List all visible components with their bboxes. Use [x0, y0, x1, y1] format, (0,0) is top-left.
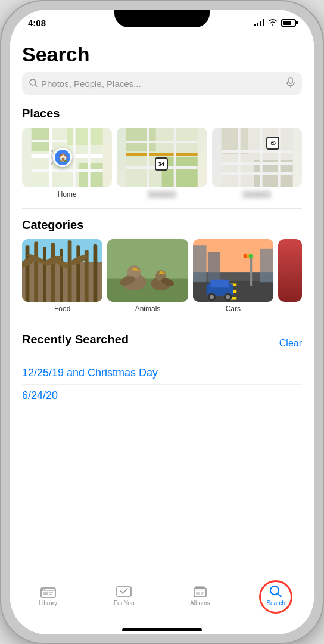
- search-placeholder: Photos, People, Places...: [41, 79, 286, 89]
- home-indicator: [10, 630, 314, 634]
- svg-rect-27: [238, 128, 240, 187]
- svg-rect-17: [126, 141, 198, 143]
- svg-rect-8: [32, 169, 103, 172]
- place-item-home[interactable]: Fourth St 🏠 Home: [22, 128, 112, 199]
- phone-screen: 4:08 Sea: [10, 10, 314, 634]
- category-img-food: [22, 239, 102, 302]
- route-badge-34: 34: [155, 157, 168, 171]
- svg-rect-32: [26, 245, 30, 302]
- svg-rect-79: [43, 592, 48, 595]
- svg-rect-4: [79, 163, 103, 187]
- place-item-2[interactable]: 34 location: [117, 128, 207, 199]
- svg-rect-11: [88, 128, 91, 187]
- category-item-4[interactable]: [278, 239, 302, 313]
- clear-button[interactable]: Clear: [279, 338, 302, 349]
- notch: [114, 10, 210, 27]
- svg-rect-87: [201, 592, 204, 593]
- category-img-animals: [107, 239, 188, 302]
- library-icon: [40, 585, 56, 598]
- svg-rect-69: [260, 249, 273, 282]
- svg-rect-37: [68, 240, 72, 302]
- svg-rect-85: [195, 590, 205, 590]
- battery-icon: [281, 19, 296, 27]
- tab-label-for-you: For You: [114, 600, 134, 606]
- svg-point-75: [226, 295, 230, 299]
- svg-rect-81: [49, 594, 52, 595]
- svg-rect-33: [34, 242, 38, 302]
- status-bar: 4:08: [10, 10, 314, 36]
- place-map-home: Fourth St 🏠: [22, 128, 112, 187]
- category-label-cars: Cars: [226, 305, 241, 313]
- recently-searched-header: Recently Searched Clear: [22, 333, 302, 354]
- status-icons: [254, 18, 296, 27]
- svg-rect-88: [201, 593, 203, 595]
- place-label-2: location: [147, 190, 177, 199]
- svg-rect-24: [221, 150, 292, 153]
- svg-point-77: [42, 589, 43, 590]
- svg-rect-68: [207, 252, 219, 282]
- recent-search-item-2[interactable]: 6/24/20: [22, 385, 302, 407]
- place-map-3: ①: [212, 128, 302, 187]
- places-section-title: Places: [22, 107, 302, 120]
- recently-searched-title: Recently Searched: [22, 333, 129, 346]
- svg-rect-84: [196, 586, 204, 588]
- svg-rect-1: [289, 78, 292, 83]
- svg-rect-5: [67, 128, 103, 145]
- svg-rect-19: [147, 128, 149, 187]
- search-bar[interactable]: Photos, People, Places...: [22, 72, 302, 95]
- category-item-food[interactable]: Food: [22, 239, 102, 313]
- svg-rect-80: [49, 592, 53, 593]
- svg-rect-25: [221, 162, 292, 165]
- place-item-3[interactable]: ① location: [212, 128, 302, 199]
- tab-search[interactable]: Search: [238, 585, 314, 606]
- category-img-cars: [193, 239, 273, 302]
- svg-rect-16: [126, 153, 198, 156]
- svg-rect-20: [174, 128, 176, 187]
- category-label-animals: Animals: [135, 305, 161, 313]
- svg-point-73: [210, 295, 214, 299]
- categories-section-title: Categories: [22, 218, 302, 232]
- svg-rect-71: [210, 280, 229, 288]
- active-tab-indicator: [259, 580, 292, 614]
- scroll-content: Search Photos, People, Places...: [10, 36, 314, 580]
- divider-1: [22, 208, 302, 209]
- place-label-3: location: [242, 190, 272, 199]
- svg-rect-62: [250, 255, 252, 286]
- svg-rect-38: [76, 245, 80, 302]
- svg-rect-47: [107, 279, 188, 302]
- status-time: 4:08: [28, 18, 46, 28]
- svg-point-78: [44, 589, 45, 590]
- home-pin-icon: 🏠: [53, 148, 72, 167]
- svg-rect-35: [51, 243, 55, 302]
- for-you-icon: [116, 585, 132, 598]
- page-title: Search: [22, 36, 302, 72]
- tab-label-library: Library: [39, 600, 57, 606]
- svg-rect-86: [196, 592, 200, 595]
- tab-for-you[interactable]: For You: [86, 585, 163, 606]
- search-icon: [29, 79, 38, 89]
- tab-library[interactable]: Library: [10, 585, 86, 606]
- categories-grid: Food: [22, 239, 302, 313]
- route-badge-1: ①: [266, 137, 279, 150]
- place-label-home: Home: [58, 190, 77, 199]
- phone-frame: 4:08 Sea: [0, 0, 324, 644]
- category-img-4: [278, 239, 302, 302]
- category-item-cars[interactable]: Cars: [193, 239, 273, 313]
- svg-rect-14: [126, 128, 156, 151]
- tab-albums[interactable]: Albums: [162, 585, 238, 606]
- divider-2: [22, 323, 302, 323]
- signal-icon: [254, 19, 264, 26]
- albums-icon: [192, 585, 208, 598]
- places-grid: Fourth St 🏠 Home: [22, 128, 302, 199]
- tab-bar: Library For You: [10, 580, 314, 630]
- category-item-animals[interactable]: Animals: [107, 239, 188, 313]
- svg-rect-26: [221, 172, 292, 175]
- svg-rect-34: [43, 247, 46, 302]
- place-map-2: 34: [117, 128, 207, 187]
- wifi-icon: [268, 18, 278, 27]
- mic-icon: [286, 77, 295, 90]
- svg-point-66: [248, 254, 253, 258]
- recent-search-item-1[interactable]: 12/25/19 and Christmas Day: [22, 362, 302, 385]
- svg-rect-28: [260, 128, 262, 187]
- svg-rect-67: [193, 245, 207, 282]
